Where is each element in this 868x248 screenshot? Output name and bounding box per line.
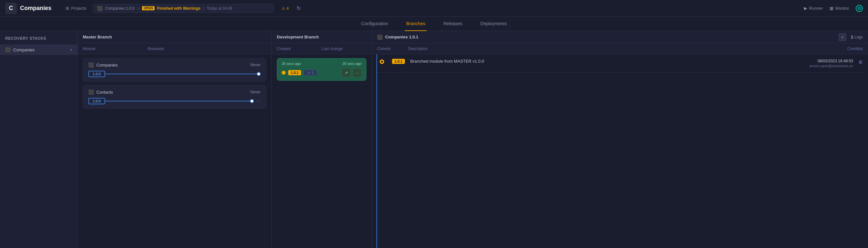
companies-version-row: 1.0.0 [88,71,261,77]
sidebar-chevron-icon: ▾ [70,48,72,52]
changelog-title: Companies 1.0.1 [385,35,418,39]
changelog-header: ⬛ Companies 1.0.1 + 1 Logs [372,31,868,43]
dev-companies-version: 1.0.1 [288,70,301,75]
logo-box: C [5,3,17,14]
projects-label: Projects [71,6,86,11]
module-card-contacts: ⬛ Contacts Never 1.0.0 ··· [83,85,266,108]
companies-version-dot [257,72,261,76]
breadcrumb-time: Today at 04:49 [207,6,232,11]
logs-count: 1 [851,35,853,39]
contacts-version-line [105,101,250,101]
sidebar: Recovery Stacks ⬛ Companies ▾ [0,31,78,248]
changelog-rows: 1.0.1 Branched module from MASTER v1.0.0… [372,54,868,248]
contacts-card-released: Never [250,90,261,94]
breadcrumb-label: Finished with Warnings [157,6,200,11]
cl-email-0: jeroen.aarts@clickworks.eu [809,64,853,68]
tabs-bar: Configuration Branches Releases Deployme… [0,17,868,31]
col-created: Created [277,46,322,51]
cl-message-0: Branched module from MASTER v1.0.0 [410,59,804,64]
module-card-companies-header: ⬛ Companies Never [88,62,261,68]
contacts-version-row: 1.0.0 ··· [88,98,261,104]
cl-dot-inner-0 [381,61,383,63]
contacts-version-badge: 1.0.0 [88,98,105,104]
globe-icon[interactable]: 🌐 [856,5,863,12]
companies-version-badge: 1.0.0 [88,71,105,77]
sidebar-companies-icon: ⬛ [5,47,11,52]
cl-date-0: 08/03/2023 16:48:53 [809,59,853,63]
dev-contacts-placeholder [277,84,366,113]
section-headers-row: Master Branch Development Branch ⬛ Compa… [78,31,868,43]
sidebar-companies-label: Companies [13,47,35,52]
dev-more-button[interactable]: ··· [352,68,362,77]
warning-badge: ⚠ 4 [282,6,289,11]
dev-branch-title: Development Branch [277,35,319,39]
changelog-col-description: Description [408,46,817,51]
col-module: Module [83,46,148,51]
contacts-card-icon: ⬛ [88,90,94,95]
dev-companies-last-change: 25 secs ago [342,62,362,66]
master-rows: ⬛ Companies Never 1.0.0 [78,54,272,248]
breadcrumb-module: Companies 1.0.0 [105,6,134,11]
changelog-icon: ⬛ [377,35,382,40]
dev-col-headers: Created Last change [272,43,372,54]
dev-card-companies-row2: 1.0.1 ⎇ 1 ↗ ··· [282,68,362,77]
contacts-card-name: Contacts [96,90,113,95]
col-last-change: Last change [322,46,367,51]
breadcrumb-status: OPEN [142,6,154,10]
master-branch-header: Master Branch [78,31,272,43]
dev-branch-header: Development Branch [272,31,372,43]
contacts-version-dot [250,99,254,103]
cl-delete-button-0[interactable]: 🗑 [858,60,863,65]
rows-area: ⬛ Companies Never 1.0.0 [78,54,868,248]
logs-label: Logs [855,35,863,39]
tab-deployments[interactable]: Deployments [479,17,508,31]
runner-nav[interactable]: ▶ Runner [804,6,823,11]
logs-badge: 1 Logs [851,35,863,39]
top-nav: C Companies ⊞ Projects ⬛ Companies 1.0.0… [0,0,868,17]
dev-companies-dot [282,71,285,75]
main-content: Recovery Stacks ⬛ Companies ▾ Master Bra… [0,31,868,248]
cl-meta-0: 08/03/2023 16:48:53 jeroen.aarts@clickwo… [809,59,853,68]
companies-version-line [105,74,257,74]
dev-card-companies: 25 secs ago 25 secs ago 1.0.1 ⎇ 1 [277,58,366,81]
timeline-line [376,54,377,248]
companies-card-icon: ⬛ [88,62,94,68]
breadcrumb-bar[interactable]: ⬛ Companies 1.0.0 > OPEN Finished with W… [93,4,274,13]
add-log-button[interactable]: + [839,33,846,41]
changelog-col-commit: Commit [377,46,403,51]
master-branch-title: Master Branch [83,35,112,39]
branches-layout: Master Branch Development Branch ⬛ Compa… [78,31,868,248]
monitor-label: Monitor [835,6,849,11]
monitor-nav[interactable]: ▦ Monitor [830,6,849,11]
dev-rows: 25 secs ago 25 secs ago 1.0.1 ⎇ 1 [272,54,372,248]
dev-open-button[interactable]: ↗ [342,68,350,77]
contacts-more-dots[interactable]: ··· [256,98,261,104]
runner-label: Runner [809,6,823,11]
tab-branches[interactable]: Branches [405,17,427,31]
tab-configuration[interactable]: Configuration [360,17,390,31]
refresh-button[interactable]: ↻ [297,5,301,11]
changelog-col-committed: Comitted [817,46,863,51]
nav-right: ▶ Runner ▦ Monitor 🌐 [804,5,863,12]
commit-branch-icon: ⎇ [307,71,310,75]
breadcrumb-module-icon: ⬛ [97,6,102,11]
nav-projects[interactable]: ⊞ Projects [66,6,86,11]
projects-icon: ⊞ [66,6,69,11]
app-logo: C Companies [5,3,52,14]
dev-companies-actions: ↗ ··· [342,68,362,77]
app-title: Companies [20,5,52,12]
content-area: Master Branch Development Branch ⬛ Compa… [78,31,868,248]
companies-card-name: Companies [96,63,118,68]
cl-dot-outer-0 [380,60,384,64]
dev-companies-commits: ⎇ 1 [304,70,317,76]
dev-card-companies-row1: 25 secs ago 25 secs ago [282,62,362,66]
warning-count: 4 [286,6,289,11]
sidebar-item-companies[interactable]: ⬛ Companies ▾ [0,44,77,55]
sidebar-header: Recovery Stacks [0,35,77,44]
warning-icon: ⚠ [282,6,285,11]
master-col-headers: Module Released [78,43,272,54]
col-headers-row: Module Released Created Last change Comm… [78,43,868,54]
changelog-col-headers: Commit Description Comitted [372,43,868,54]
companies-card-released: Never [250,63,261,67]
tab-releases[interactable]: Releases [442,17,463,31]
